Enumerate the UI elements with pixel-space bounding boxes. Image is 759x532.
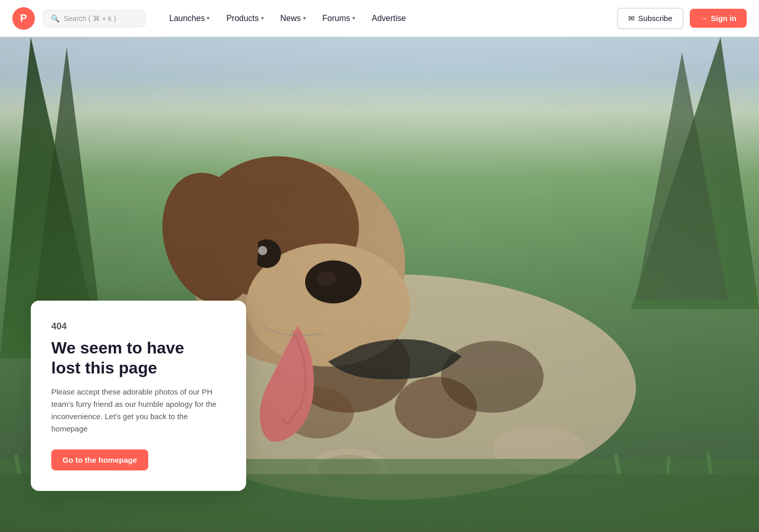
subscribe-button[interactable]: ✉ Subscribe [617, 8, 684, 29]
site-logo[interactable]: P [12, 7, 35, 30]
nav-products[interactable]: Products ▾ [219, 10, 271, 27]
error-code: 404 [51, 321, 226, 332]
chevron-down-icon: ▾ [352, 15, 355, 22]
chevron-down-icon: ▾ [303, 15, 306, 22]
search-bar[interactable]: 🔍 Search ( ⌘ + k ) [43, 10, 146, 27]
error-card: 404 We seem to have lost this page Pleas… [31, 301, 246, 491]
go-to-homepage-button[interactable]: Go to the homepage [51, 449, 148, 470]
search-placeholder: Search ( ⌘ + k ) [64, 14, 116, 23]
chevron-down-icon: ▾ [207, 15, 210, 22]
nav-advertise[interactable]: Advertise [365, 10, 413, 27]
nav-links: Launches ▾ Products ▾ News ▾ Forums ▾ Ad… [162, 10, 609, 27]
svg-point-11 [258, 246, 267, 255]
chevron-down-icon: ▾ [261, 15, 264, 22]
nav-forums[interactable]: Forums ▾ [315, 10, 363, 27]
navbar: P 🔍 Search ( ⌘ + k ) Launches ▾ Products… [0, 0, 759, 37]
hero-section: 404 We seem to have lost this page Pleas… [0, 37, 759, 532]
search-icon: 🔍 [51, 14, 59, 23]
nav-actions: ✉ Subscribe → Sign in [617, 8, 747, 29]
signin-icon: → [700, 14, 708, 23]
svg-point-9 [317, 271, 336, 286]
nav-news[interactable]: News ▾ [273, 10, 313, 27]
nav-launches[interactable]: Launches ▾ [162, 10, 217, 27]
svg-point-3 [441, 341, 544, 413]
signin-button[interactable]: → Sign in [690, 9, 747, 28]
subscribe-icon: ✉ [628, 14, 635, 23]
error-heading: We seem to have lost this page [51, 338, 226, 378]
error-description: Please accept these adorable photos of o… [51, 386, 226, 435]
